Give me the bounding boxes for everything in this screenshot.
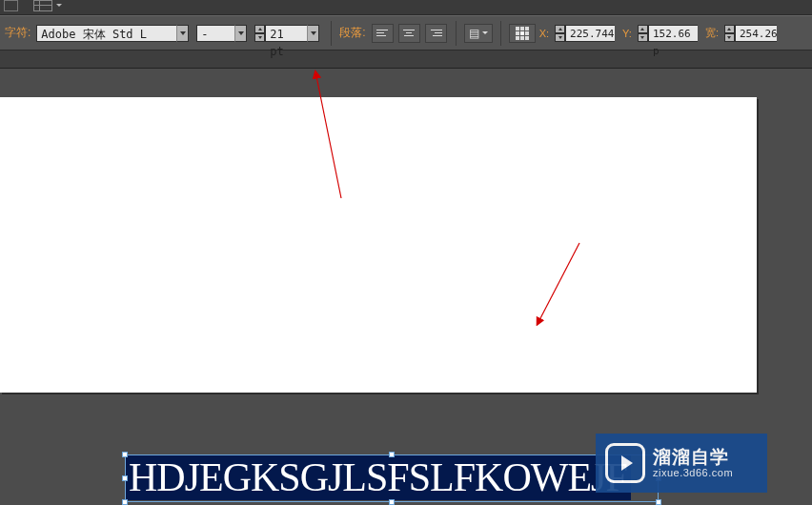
w-label: 宽:	[705, 26, 719, 40]
arrange-documents-icon[interactable]	[33, 0, 52, 11]
y-coord-group: 152.66 p	[638, 25, 698, 42]
y-spinner[interactable]	[638, 25, 648, 42]
divider	[500, 21, 501, 46]
font-style-group: -	[196, 25, 247, 42]
x-field[interactable]: 225.744	[565, 25, 615, 42]
handle-top-center[interactable]	[389, 452, 395, 457]
panel-toggle-icon[interactable]	[4, 0, 18, 11]
font-size-spinner[interactable]	[254, 25, 265, 42]
page[interactable]	[0, 97, 757, 393]
handle-bottom-center[interactable]	[389, 499, 395, 505]
font-size-dropdown[interactable]	[307, 25, 319, 42]
play-icon	[605, 443, 645, 483]
font-family-field[interactable]: Adobe 宋体 Std L	[36, 25, 176, 42]
handle-mid-left[interactable]	[122, 475, 128, 481]
watermark-url: zixue.3d66.com	[653, 467, 733, 478]
font-style-field[interactable]: -	[196, 25, 234, 42]
watermark-title: 溜溜自学	[653, 448, 733, 468]
options-bar: 字符: Adobe 宋体 Std L - 21 pt 段落: ▤ X: 225.…	[0, 15, 812, 50]
font-size-group: 21 pt	[254, 25, 319, 42]
w-field[interactable]: 254.26	[735, 25, 777, 42]
document-tab-bar	[0, 50, 812, 69]
y-label: Y:	[622, 28, 632, 39]
arrange-dropdown-icon[interactable]	[56, 4, 62, 7]
align-right-button[interactable]	[425, 24, 447, 43]
align-center-button[interactable]	[398, 24, 420, 43]
divider	[456, 21, 457, 46]
watermark: 溜溜自学 zixue.3d66.com	[596, 434, 767, 493]
font-family-dropdown[interactable]	[176, 25, 189, 42]
w-coord-group: 254.26	[724, 25, 777, 42]
x-spinner[interactable]	[555, 25, 565, 42]
divider	[331, 21, 332, 46]
font-size-field[interactable]: 21 pt	[265, 25, 307, 42]
list-icon: ▤	[469, 28, 479, 39]
window-topstrip	[0, 0, 812, 15]
list-options-button[interactable]: ▤	[464, 24, 493, 43]
reference-point-icon	[516, 27, 529, 40]
font-family-group: Adobe 宋体 Std L	[36, 25, 189, 42]
handle-bottom-right[interactable]	[656, 499, 661, 505]
character-label: 字符:	[5, 25, 30, 41]
w-spinner[interactable]	[724, 25, 735, 42]
handle-top-left[interactable]	[122, 452, 128, 457]
text-frame[interactable]: HDJEGKSGJLSFSLFKOWEJF	[125, 454, 659, 502]
paragraph-label: 段落:	[339, 25, 365, 41]
y-field[interactable]: 152.66 p	[648, 25, 698, 42]
text-content[interactable]: HDJEGKSGJLSFSLFKOWEJF	[125, 454, 631, 500]
canvas-stage[interactable]: HDJEGKSGJLSFSLFKOWEJF 溜溜自学 zixue.3d66.co…	[0, 69, 812, 505]
handle-bottom-left[interactable]	[122, 499, 128, 505]
font-style-dropdown[interactable]	[234, 25, 247, 42]
reference-point-button[interactable]	[509, 24, 536, 43]
x-label: X:	[539, 28, 549, 39]
align-left-button[interactable]	[372, 24, 394, 43]
x-coord-group: 225.744	[555, 25, 615, 42]
